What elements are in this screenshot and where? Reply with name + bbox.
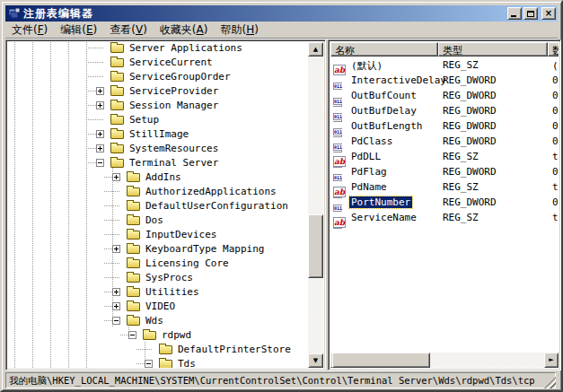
- tree-item-authorizedapplications[interactable]: AuthorizedApplications: [8, 184, 308, 198]
- tree-item-licensing-core[interactable]: Licensing Core: [8, 256, 308, 270]
- tree-item-label[interactable]: Licensing Core: [145, 257, 229, 269]
- tree-item-video[interactable]: VIDEO: [8, 299, 308, 313]
- tree-item-label[interactable]: AddIns: [145, 171, 181, 183]
- collapse-minus-icon[interactable]: [145, 360, 153, 368]
- column-header-name[interactable]: 名称: [330, 42, 438, 57]
- scroll-down-button[interactable]: ▼: [308, 353, 323, 368]
- tree-item-sysprocs[interactable]: SysProcs: [8, 270, 308, 284]
- tree-item-label[interactable]: DefaultUserConfiguration: [145, 200, 288, 212]
- value-name[interactable]: PdClass: [349, 135, 394, 147]
- tree-item-rdpwd[interactable]: rdpwd: [8, 327, 308, 342]
- tree-item-label[interactable]: rdpwd: [162, 329, 191, 341]
- collapse-minus-icon[interactable]: [112, 317, 120, 325]
- tree-item-label[interactable]: KeyboardType Mapping: [145, 243, 264, 255]
- expand-plus-icon[interactable]: [96, 130, 104, 138]
- expand-plus-icon[interactable]: [112, 302, 120, 310]
- tree-item-label[interactable]: DefaultPrinterStore: [178, 344, 291, 355]
- value-name[interactable]: ServiceName: [349, 212, 418, 223]
- close-button[interactable]: ×: [541, 7, 556, 20]
- minimize-button[interactable]: [507, 7, 522, 20]
- tree-item-label[interactable]: Terminal Server: [129, 157, 218, 169]
- expand-plus-icon[interactable]: [96, 87, 104, 95]
- value-name[interactable]: PdDLL: [349, 151, 383, 162]
- tree-item-label[interactable]: StillImage: [129, 128, 189, 140]
- tree-item-stillimage[interactable]: StillImage: [8, 126, 308, 141]
- value-row-pdflag[interactable]: 011 110PdFlagREG_DWORD0x: [330, 164, 559, 179]
- menu-view[interactable]: 查看(V): [103, 21, 154, 39]
- menu-edit[interactable]: 编辑(E): [54, 21, 103, 39]
- tree-item-servicegrouporder[interactable]: ServiceGroupOrder: [8, 69, 308, 83]
- tree-item-defaultprinterstore[interactable]: DefaultPrinterStore: [8, 342, 308, 356]
- expand-plus-icon[interactable]: [96, 101, 104, 109]
- value-row--[interactable]: ab(默认)REG_SZ(数: [330, 57, 559, 73]
- tree-item-defaultuserconfiguration[interactable]: DefaultUserConfiguration: [8, 198, 308, 213]
- value-row-pdname[interactable]: abPdNameREG_SZtc: [330, 179, 559, 195]
- column-header-data[interactable]: 数: [548, 42, 559, 57]
- tree-item-label[interactable]: InputDevices: [145, 229, 216, 240]
- value-row-outbufdelay[interactable]: 011 110OutBufDelayREG_DWORD0x: [330, 103, 559, 118]
- scrollbar-thumb[interactable]: [332, 353, 430, 368]
- expand-plus-icon[interactable]: [112, 245, 120, 253]
- tree-item-addins[interactable]: AddIns: [8, 170, 308, 184]
- menu-help[interactable]: 帮助(H): [214, 21, 264, 39]
- value-name[interactable]: InteractiveDelay: [349, 74, 448, 86]
- tree-item-serviceprovider[interactable]: ServiceProvider: [8, 83, 308, 98]
- expand-plus-icon[interactable]: [112, 288, 120, 296]
- value-row-portnumber[interactable]: 011 110PortNumberREG_DWORD0x: [330, 195, 559, 210]
- menu-file[interactable]: 文件(F): [5, 21, 54, 39]
- tree-item-servicecurrent[interactable]: ServiceCurrent: [8, 55, 308, 69]
- scroll-up-button[interactable]: ▲: [308, 42, 323, 57]
- value-name[interactable]: PdFlag: [349, 166, 389, 178]
- value-name[interactable]: OutBufLength: [349, 120, 424, 132]
- scrollbar-thumb[interactable]: [308, 214, 323, 278]
- tree-item-label[interactable]: Session Manager: [129, 100, 218, 111]
- scrollbar-track[interactable]: [308, 57, 323, 353]
- value-name[interactable]: PdName: [349, 181, 389, 193]
- scroll-right-button[interactable]: ►: [544, 353, 559, 368]
- tree-item-label[interactable]: ServiceProvider: [129, 85, 218, 97]
- value-name[interactable]: PortNumber: [349, 196, 412, 208]
- title-bar[interactable]: 注册表编辑器 ×: [5, 5, 558, 22]
- collapse-minus-icon[interactable]: [96, 159, 104, 167]
- tree-item-server-applications[interactable]: Server Applications: [8, 42, 308, 55]
- value-row-interactivedelay[interactable]: 011 110InteractiveDelayREG_DWORD0x: [330, 73, 559, 88]
- tree-item-dos[interactable]: Dos: [8, 213, 308, 227]
- tree-item-utilities[interactable]: Utilities: [8, 284, 308, 299]
- tree-item-wds[interactable]: Wds: [8, 313, 308, 327]
- tree-item-label[interactable]: Tds: [178, 358, 196, 368]
- values-horizontal-scrollbar[interactable]: ◄ ►: [330, 353, 559, 368]
- tree-item-label[interactable]: Server Applications: [129, 42, 242, 54]
- tree-item-inputdevices[interactable]: InputDevices: [8, 227, 308, 241]
- column-header-type[interactable]: 类型: [438, 42, 548, 57]
- value-row-pddll[interactable]: abPdDLLREG_SZtd: [330, 149, 559, 164]
- tree-item-terminal-server[interactable]: Terminal Server: [8, 155, 308, 170]
- value-row-outbufcount[interactable]: 011 110OutBufCountREG_DWORD0x: [330, 88, 559, 103]
- menu-favorites[interactable]: 收藏夹(A): [154, 21, 215, 39]
- value-name[interactable]: (默认): [349, 59, 384, 73]
- tree-item-setup[interactable]: Setup: [8, 112, 308, 126]
- collapse-minus-icon[interactable]: [128, 331, 136, 339]
- tree-item-label[interactable]: SystemResources: [129, 143, 218, 154]
- tree-item-label[interactable]: ServiceCurrent: [129, 57, 213, 68]
- value-row-pdclass[interactable]: 011 110PdClassREG_DWORD0x: [330, 134, 559, 149]
- tree-vertical-scrollbar[interactable]: ▲ ▼: [308, 42, 323, 368]
- tree-item-session-manager[interactable]: Session Manager: [8, 98, 308, 112]
- tree-item-label[interactable]: SysProcs: [145, 272, 193, 283]
- tree-item-label[interactable]: VIDEO: [145, 301, 175, 312]
- expand-plus-icon[interactable]: [112, 173, 120, 181]
- tree-item-label[interactable]: Dos: [145, 214, 163, 226]
- value-row-outbuflength[interactable]: 011 110OutBufLengthREG_DWORD0x: [330, 118, 559, 134]
- value-name[interactable]: OutBufCount: [349, 90, 418, 101]
- maximize-button[interactable]: [523, 7, 538, 20]
- tree-item-label[interactable]: Setup: [129, 114, 159, 126]
- tree-item-label[interactable]: Utilities: [145, 286, 199, 298]
- tree-item-tds[interactable]: Tds: [8, 356, 308, 368]
- expand-plus-icon[interactable]: [96, 144, 104, 152]
- value-row-servicename[interactable]: abServiceNameREG_SZtc: [330, 210, 559, 225]
- tree-item-label[interactable]: ServiceGroupOrder: [129, 71, 231, 83]
- value-name[interactable]: OutBufDelay: [349, 105, 418, 117]
- tree-item-label[interactable]: AuthorizedApplications: [145, 186, 277, 197]
- tree-item-systemresources[interactable]: SystemResources: [8, 141, 308, 155]
- tree-item-label[interactable]: Wds: [145, 315, 163, 327]
- tree-item-keyboardtype-mapping[interactable]: KeyboardType Mapping: [8, 241, 308, 256]
